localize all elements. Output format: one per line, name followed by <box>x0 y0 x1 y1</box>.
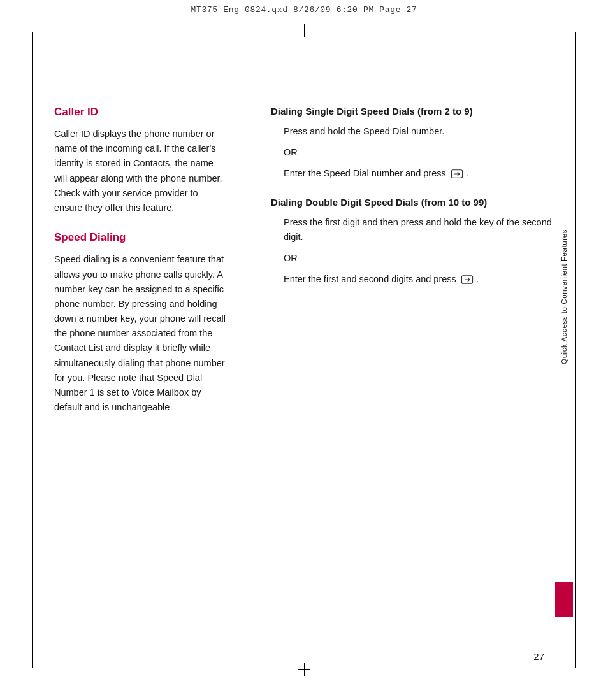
header-bar: MT375_Eng_0824.qxd 8/26/09 6:20 PM Page … <box>32 5 576 15</box>
border-left <box>32 32 33 668</box>
double-or-divider: OR <box>271 251 560 266</box>
caller-id-body: Caller ID displays the phone number or n… <box>54 127 226 215</box>
double-press-hold-block: Press the first digit and then press and… <box>271 215 560 245</box>
caller-id-heading: Caller ID <box>54 105 226 119</box>
sidebar-accent-bar <box>555 582 573 617</box>
sidebar-tab-text: Quick Access to Convenient Features <box>560 229 568 364</box>
send-key-icon-2 <box>461 275 474 284</box>
double-enter-block: Enter the first and second digits and pr… <box>271 272 560 287</box>
single-enter-text: Enter the Speed Dial number and press . <box>284 166 560 181</box>
header-text: MT375_Eng_0824.qxd 8/26/09 6:20 PM Page … <box>191 5 417 15</box>
border-top <box>32 32 576 32</box>
double-press-hold-text: Press the first digit and then press and… <box>284 215 560 245</box>
speed-dialing-section: Speed Dialing Speed dialing is a conveni… <box>54 231 226 415</box>
single-enter-block: Enter the Speed Dial number and press . <box>271 166 560 181</box>
single-or-divider: OR <box>271 145 560 160</box>
reg-mark-bottom-center <box>298 663 310 676</box>
content-area: Caller ID Caller ID displays the phone n… <box>35 35 573 665</box>
speed-dialing-body: Speed dialing is a convenient feature th… <box>54 252 226 415</box>
single-press-hold-text: Press and hold the Speed Dial number. <box>284 124 560 139</box>
left-column: Caller ID Caller ID displays the phone n… <box>35 35 245 665</box>
single-digit-heading: Dialing Single Digit Speed Dials (from 2… <box>271 105 560 118</box>
double-enter-text: Enter the first and second digits and pr… <box>284 272 560 287</box>
double-digit-section: Dialing Double Digit Speed Dials (from 1… <box>271 196 560 287</box>
border-bottom <box>32 668 576 668</box>
double-digit-heading: Dialing Double Digit Speed Dials (from 1… <box>271 196 560 209</box>
right-column: Dialing Single Digit Speed Dials (from 2… <box>245 35 573 665</box>
single-digit-section: Dialing Single Digit Speed Dials (from 2… <box>271 105 560 181</box>
caller-id-section: Caller ID Caller ID displays the phone n… <box>54 105 226 215</box>
speed-dialing-heading: Speed Dialing <box>54 231 226 245</box>
page-number: 27 <box>533 651 544 662</box>
single-press-hold-block: Press and hold the Speed Dial number. <box>271 124 560 139</box>
send-key-icon-1 <box>451 169 463 178</box>
border-right <box>575 32 576 668</box>
sidebar-tab: Quick Access to Convenient Features <box>555 223 573 604</box>
